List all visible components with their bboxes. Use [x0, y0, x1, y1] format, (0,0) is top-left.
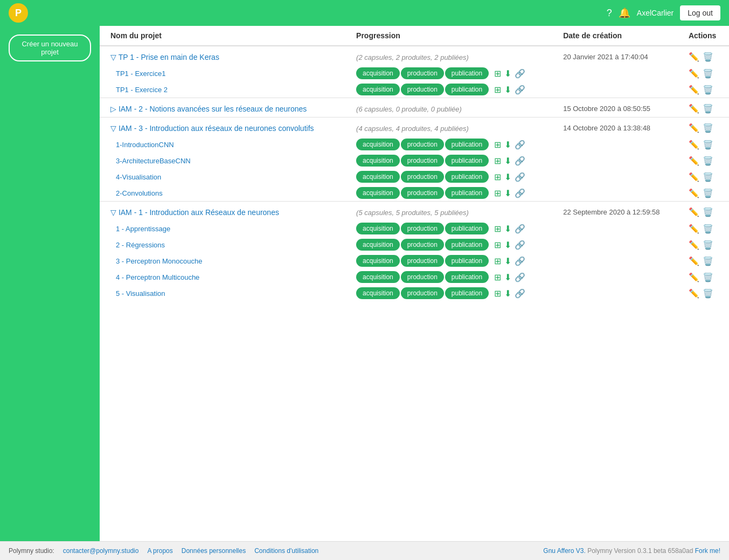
capsule-edit-icon[interactable]: ✏️ [689, 224, 699, 234]
footer-contact[interactable]: contacter@polymny.studio [63, 547, 139, 555]
capsule-delete-icon[interactable]: 🗑️ [703, 256, 713, 266]
download-icon[interactable]: ⬇ [504, 224, 511, 234]
footer-personal-data[interactable]: Données personnelles [182, 547, 246, 555]
capsule-name[interactable]: 3 - Perceptron Monocouche [100, 253, 349, 269]
capsule-edit-icon[interactable]: ✏️ [689, 272, 699, 282]
capsule-edit-icon[interactable]: ✏️ [689, 68, 699, 79]
capsule-name[interactable]: TP1 - Exercice 2 [100, 81, 349, 98]
capsule-actions: ✏️ 🗑️ [689, 288, 721, 299]
capsule-delete-icon[interactable]: 🗑️ [703, 288, 713, 299]
capsule-progress-actions: ⊞ ⬇ 🔗 [494, 172, 525, 182]
capsule-delete-icon[interactable]: 🗑️ [703, 188, 713, 198]
progress-badges: acquisition production publication ⊞ ⬇ 🔗 [356, 187, 548, 199]
download-icon[interactable]: ⬇ [504, 188, 511, 198]
capsule-delete-icon[interactable]: 🗑️ [703, 172, 713, 182]
capsule-name[interactable]: 3-ArchitectureBaseCNN [100, 153, 349, 169]
link-icon[interactable]: 🔗 [515, 172, 525, 182]
footer-terms[interactable]: Conditions d'utilisation [254, 547, 318, 555]
download-icon[interactable]: ⬇ [504, 256, 511, 266]
capsule-edit-icon[interactable]: ✏️ [689, 140, 699, 150]
capsule-delete-icon[interactable]: 🗑️ [703, 272, 713, 282]
group-row: ▽ IAM - 3 - Introduction aux réseaux de … [100, 117, 729, 137]
download-icon[interactable]: ⬇ [504, 272, 511, 282]
edit-icon[interactable]: ✏️ [689, 103, 699, 114]
grid-icon[interactable]: ⊞ [494, 272, 501, 282]
download-icon[interactable]: ⬇ [504, 240, 511, 250]
link-icon[interactable]: 🔗 [515, 240, 525, 250]
capsule-name[interactable]: 1 - Apprentissage [100, 220, 349, 237]
download-icon[interactable]: ⬇ [504, 288, 511, 299]
download-icon[interactable]: ⬇ [504, 172, 511, 182]
bell-icon[interactable]: 🔔 [619, 7, 630, 19]
capsule-edit-icon[interactable]: ✏️ [689, 188, 699, 198]
link-icon[interactable]: 🔗 [515, 85, 525, 95]
link-icon[interactable]: 🔗 [515, 140, 525, 150]
link-icon[interactable]: 🔗 [515, 288, 525, 299]
capsule-edit-icon[interactable]: ✏️ [689, 256, 699, 266]
delete-icon[interactable]: 🗑️ [703, 123, 713, 133]
capsule-name[interactable]: 1-IntroductionCNN [100, 136, 349, 153]
edit-icon[interactable]: ✏️ [689, 123, 699, 133]
link-icon[interactable]: 🔗 [515, 156, 525, 166]
badge-publication: publication [445, 223, 489, 234]
capsule-delete-icon[interactable]: 🗑️ [703, 68, 713, 79]
footer-license[interactable]: Gnu Affero V3. [543, 547, 586, 555]
capsule-name[interactable]: 2 - Régressions [100, 237, 349, 253]
link-icon[interactable]: 🔗 [515, 272, 525, 282]
capsule-actions: ✏️ 🗑️ [689, 172, 721, 182]
grid-icon[interactable]: ⊞ [494, 156, 501, 166]
capsule-edit-icon[interactable]: ✏️ [689, 288, 699, 299]
grid-icon[interactable]: ⊞ [494, 85, 501, 95]
capsule-name[interactable]: TP1 - Exercice1 [100, 65, 349, 81]
link-icon[interactable]: 🔗 [515, 188, 525, 198]
link-icon[interactable]: 🔗 [515, 68, 525, 79]
edit-icon[interactable]: ✏️ [689, 207, 699, 217]
capsule-progress-actions: ⊞ ⬇ 🔗 [494, 140, 525, 150]
capsule-delete-icon[interactable]: 🗑️ [703, 156, 713, 166]
capsule-actions: ✏️ 🗑️ [689, 156, 721, 166]
download-icon[interactable]: ⬇ [504, 156, 511, 166]
group-title[interactable]: ▽ TP 1 - Prise en main de Keras [110, 53, 219, 61]
capsule-delete-icon[interactable]: 🗑️ [703, 224, 713, 234]
logo[interactable]: P [9, 3, 28, 23]
new-project-button[interactable]: Créer un nouveau projet [9, 34, 91, 61]
capsule-edit-icon[interactable]: ✏️ [689, 156, 699, 166]
group-title[interactable]: ▽ IAM - 3 - Introduction aux réseaux de … [110, 124, 314, 133]
delete-icon[interactable]: 🗑️ [703, 103, 713, 114]
capsule-edit-icon[interactable]: ✏️ [689, 85, 699, 95]
footer-about[interactable]: A propos [147, 547, 172, 555]
capsule-edit-icon[interactable]: ✏️ [689, 172, 699, 182]
delete-icon[interactable]: 🗑️ [703, 52, 713, 62]
download-icon[interactable]: ⬇ [504, 140, 511, 150]
group-title[interactable]: ▽ IAM - 1 - Introduction aux Réseaux de … [110, 208, 279, 217]
grid-icon[interactable]: ⊞ [494, 140, 501, 150]
layout: Créer un nouveau projet Nom du projet Pr… [0, 26, 729, 541]
capsule-name[interactable]: 4-Visualisation [100, 169, 349, 185]
grid-icon[interactable]: ⊞ [494, 172, 501, 182]
link-icon[interactable]: 🔗 [515, 256, 525, 266]
grid-icon[interactable]: ⊞ [494, 188, 501, 198]
grid-icon[interactable]: ⊞ [494, 256, 501, 266]
capsule-delete-icon[interactable]: 🗑️ [703, 140, 713, 150]
grid-icon[interactable]: ⊞ [494, 68, 501, 79]
capsule-delete-icon[interactable]: 🗑️ [703, 240, 713, 250]
capsule-name[interactable]: 4 - Perceptron Multicouche [100, 269, 349, 285]
download-icon[interactable]: ⬇ [504, 85, 511, 95]
logout-button[interactable]: Log out [680, 5, 720, 20]
grid-icon[interactable]: ⊞ [494, 224, 501, 234]
link-icon[interactable]: 🔗 [515, 224, 525, 234]
capsule-name[interactable]: 2-Convolutions [100, 185, 349, 202]
edit-icon[interactable]: ✏️ [689, 52, 699, 62]
delete-icon[interactable]: 🗑️ [703, 207, 713, 217]
grid-icon[interactable]: ⊞ [494, 240, 501, 250]
group-title[interactable]: ▷ IAM - 2 - Notions avancées sur les rés… [110, 105, 307, 113]
capsule-edit-icon[interactable]: ✏️ [689, 240, 699, 250]
col-project: Nom du projet [100, 26, 349, 46]
help-icon[interactable]: ? [607, 8, 612, 19]
capsule-delete-icon[interactable]: 🗑️ [703, 85, 713, 95]
capsule-name[interactable]: 5 - Visualisation [100, 285, 349, 301]
grid-icon[interactable]: ⊞ [494, 288, 501, 299]
progress-badges: acquisition production publication ⊞ ⬇ 🔗 [356, 239, 548, 251]
download-icon[interactable]: ⬇ [504, 68, 511, 79]
footer-fork[interactable]: Fork me! [695, 547, 720, 555]
